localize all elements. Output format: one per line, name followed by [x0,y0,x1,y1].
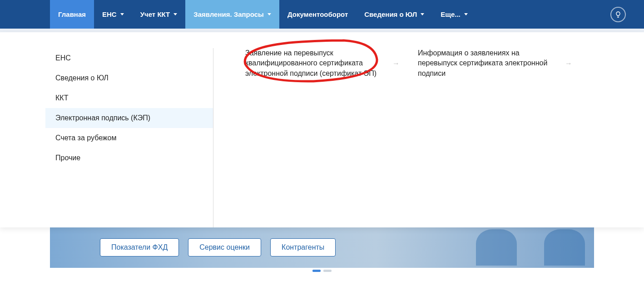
help-button[interactable] [610,7,626,22]
nav-item-more[interactable]: Еще... [432,0,476,29]
chevron-down-icon [173,13,177,15]
sidebar-item-label: Электронная подпись (КЭП) [55,114,150,122]
banner-illustration [458,227,594,268]
sidebar-item-foreign-accounts[interactable]: Счета за рубежом [45,128,213,148]
sidebar-item-ens[interactable]: ЕНС [45,48,213,68]
btn-rating-service[interactable]: Сервис оценки [188,238,261,256]
arrow-right-icon: → [565,59,572,68]
nav-label: Еще... [441,10,461,18]
carousel-dot[interactable] [323,270,332,272]
spacer [0,29,644,32]
content-col-2: Информация о заявлениях на перевыпуск се… [418,48,590,227]
sidebar: ЕНС Сведения о ЮЛ ККТ Электронная подпис… [45,48,213,227]
link-text: Информация о заявлениях на перевыпуск се… [418,48,559,79]
carousel-dot[interactable] [312,270,321,272]
top-nav: Главная ЕНС Учет ККТ Заявления. Запросы … [0,0,644,29]
chevron-down-icon [120,13,124,15]
nav-item-docflow[interactable]: Документооборот [279,0,356,29]
sidebar-item-esignature[interactable]: Электронная подпись (КЭП) [45,108,213,128]
nav-label: Учет ККТ [140,10,170,18]
sidebar-item-other[interactable]: Прочие [45,148,213,168]
nav-label: Заявления. Запросы [193,10,264,18]
btn-indicators[interactable]: Показатели ФХД [100,238,179,256]
sidebar-item-org-info[interactable]: Сведения о ЮЛ [45,68,213,88]
nav-label: Главная [58,10,86,18]
sidebar-item-label: ЕНС [55,54,71,62]
dropdown-panel: ЕНС Сведения о ЮЛ ККТ Электронная подпис… [0,32,644,227]
banner-region: Показатели ФХД Сервис оценки Контрагенты [50,227,594,268]
chevron-down-icon [421,13,424,15]
sidebar-item-label: Сведения о ЮЛ [55,74,109,82]
nav-item-home[interactable]: Главная [50,0,94,29]
nav-label: ЕНС [102,10,117,18]
link-text: Заявление на перевыпуск квалифицированно… [245,48,386,79]
nav-label: Документооборот [287,10,348,18]
lightbulb-icon [614,11,622,18]
carousel-dots [0,270,644,272]
content-columns: Заявление на перевыпуск квалифицированно… [213,48,644,227]
link-certificate-info[interactable]: Информация о заявлениях на перевыпуск се… [418,48,572,79]
chevron-down-icon [268,13,271,15]
nav-item-ens[interactable]: ЕНС [94,0,132,29]
nav-item-org-info[interactable]: Сведения о ЮЛ [356,0,432,29]
nav-label: Сведения о ЮЛ [364,10,417,18]
sidebar-item-label: ККТ [55,94,68,102]
arrow-right-icon: → [392,59,400,68]
btn-counterparties[interactable]: Контрагенты [270,238,336,256]
content-col-1: Заявление на перевыпуск квалифицированно… [245,48,418,227]
nav-item-requests[interactable]: Заявления. Запросы [185,0,279,29]
chevron-down-icon [464,13,468,15]
sidebar-item-label: Прочие [55,154,80,162]
sidebar-item-kkt[interactable]: ККТ [45,88,213,108]
link-reissue-certificate[interactable]: Заявление на перевыпуск квалифицированно… [245,48,400,79]
sidebar-item-label: Счета за рубежом [55,134,116,142]
nav-item-kkt[interactable]: Учет ККТ [132,0,186,29]
